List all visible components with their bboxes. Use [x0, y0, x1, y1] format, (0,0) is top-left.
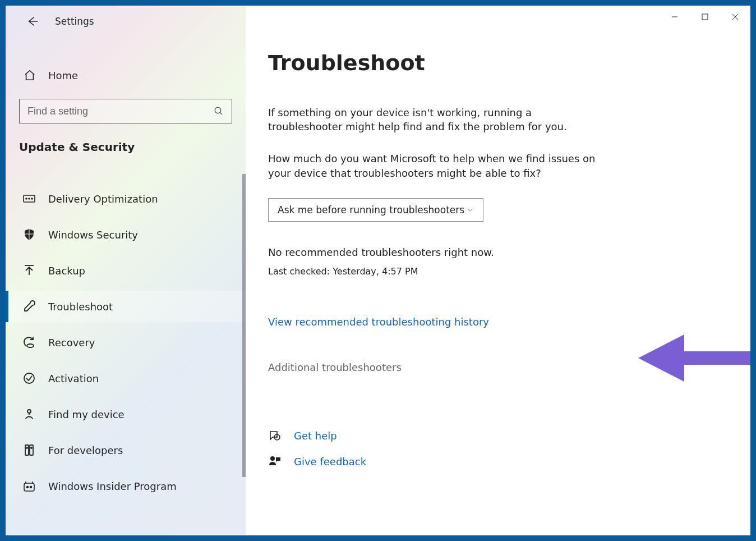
- sidebar-item-label: Find my device: [48, 409, 125, 420]
- close-button[interactable]: [720, 6, 750, 28]
- svg-point-7: [27, 410, 31, 413]
- section-title: Update & Security: [6, 123, 246, 154]
- home-icon: [24, 69, 36, 81]
- developer-icon: [22, 443, 36, 457]
- sidebar-item-label: Windows Insider Program: [48, 480, 177, 492]
- sidebar-scrollbar[interactable]: [242, 174, 246, 477]
- search-input[interactable]: [27, 106, 214, 117]
- annotation-arrow: [638, 330, 750, 386]
- status-text: No recommended troubleshooters right now…: [268, 246, 723, 258]
- get-help-label: Get help: [294, 430, 337, 442]
- delivery-icon: [22, 192, 36, 205]
- app-title: Settings: [55, 16, 94, 27]
- help-icon: ?: [268, 429, 282, 443]
- svg-point-4: [31, 198, 33, 199]
- sidebar-item-delivery-optimization[interactable]: Delivery Optimization: [6, 183, 246, 214]
- last-checked-text: Last checked: Yesterday, 4:57 PM: [268, 266, 723, 277]
- sidebar-item-backup[interactable]: Backup: [6, 255, 246, 286]
- search-icon: [214, 106, 224, 116]
- chevron-down-icon: [466, 206, 474, 214]
- find-device-icon: [22, 407, 36, 421]
- sidebar-item-windows-insider[interactable]: Windows Insider Program: [6, 470, 246, 502]
- sidebar-item-label: Recovery: [48, 337, 95, 349]
- settings-window: Settings Home Update & Security Delive: [6, 6, 750, 535]
- svg-point-5: [27, 344, 34, 347]
- sidebar-header: Settings: [6, 6, 246, 37]
- insider-icon: [22, 479, 36, 493]
- svg-text:?: ?: [276, 435, 278, 440]
- svg-point-18: [270, 456, 275, 461]
- additional-troubleshooters-link[interactable]: Additional troubleshooters: [268, 361, 723, 373]
- svg-rect-15: [702, 14, 708, 20]
- footer-links: ? Get help Give feedback: [268, 429, 723, 469]
- svg-point-6: [24, 373, 34, 383]
- back-button[interactable]: [21, 10, 44, 33]
- question-text: How much do you want Microsoft to help w…: [268, 152, 599, 180]
- svg-point-11: [31, 447, 32, 448]
- sidebar-item-recovery[interactable]: Recovery: [6, 327, 246, 358]
- search-wrap: [6, 91, 246, 123]
- svg-rect-12: [24, 483, 34, 491]
- history-link[interactable]: View recommended troubleshooting history: [268, 316, 723, 328]
- sidebar-item-windows-security[interactable]: Windows Security: [6, 219, 246, 250]
- sidebar-item-find-my-device[interactable]: Find my device: [6, 398, 246, 430]
- sidebar-item-troubleshoot[interactable]: Troubleshoot: [6, 291, 246, 322]
- sidebar-item-home[interactable]: Home: [6, 59, 246, 91]
- sidebar-item-activation[interactable]: Activation: [6, 363, 246, 394]
- svg-rect-8: [25, 445, 29, 455]
- maximize-button[interactable]: [690, 6, 720, 28]
- get-help-link[interactable]: ? Get help: [268, 429, 723, 443]
- dropdown-value: Ask me before running troubleshooters: [278, 204, 464, 216]
- check-circle-icon: [22, 372, 36, 385]
- sidebar-nav: Delivery OptimizationWindows SecurityBac…: [6, 183, 246, 506]
- sidebar-item-label: Troubleshoot: [48, 301, 113, 313]
- sidebar-item-label: For developers: [48, 444, 123, 456]
- give-feedback-label: Give feedback: [294, 456, 366, 467]
- recovery-icon: [22, 336, 36, 349]
- page-title: Troubleshoot: [268, 51, 723, 75]
- svg-point-13: [27, 487, 29, 488]
- home-label: Home: [48, 70, 78, 81]
- svg-rect-9: [30, 445, 33, 455]
- svg-point-2: [26, 198, 27, 199]
- troubleshoot-preference-dropdown[interactable]: Ask me before running troubleshooters: [268, 198, 483, 222]
- search-box[interactable]: [19, 99, 232, 123]
- give-feedback-link[interactable]: Give feedback: [268, 455, 723, 469]
- main-content: Troubleshoot If something on your device…: [246, 6, 750, 535]
- svg-marker-20: [638, 334, 684, 382]
- intro-text: If something on your device isn't workin…: [268, 106, 599, 134]
- sidebar-item-label: Activation: [48, 373, 99, 384]
- minimize-button[interactable]: [660, 6, 690, 28]
- sidebar: Settings Home Update & Security Delive: [6, 6, 246, 535]
- backup-icon: [22, 264, 36, 277]
- feedback-icon: [268, 455, 282, 469]
- sidebar-item-label: Delivery Optimization: [48, 193, 158, 205]
- svg-point-10: [26, 447, 27, 448]
- svg-point-14: [30, 487, 32, 488]
- sidebar-item-for-developers[interactable]: For developers: [6, 434, 246, 466]
- svg-point-3: [29, 198, 30, 199]
- window-controls: [660, 6, 750, 28]
- svg-point-0: [215, 107, 221, 113]
- wrench-icon: [22, 300, 36, 313]
- shield-icon: [22, 228, 36, 241]
- sidebar-item-label: Backup: [48, 265, 85, 277]
- sidebar-item-label: Windows Security: [48, 229, 138, 241]
